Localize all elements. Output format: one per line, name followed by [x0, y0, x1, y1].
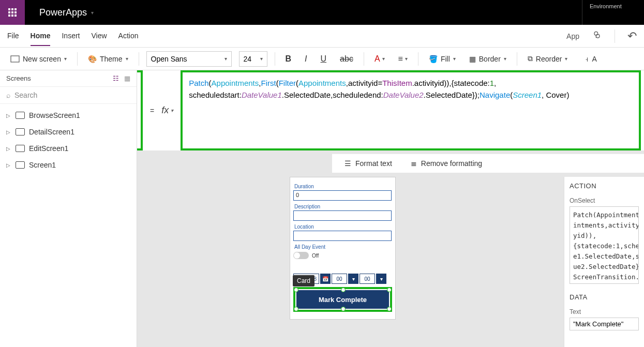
resize-handle[interactable]	[341, 288, 346, 292]
thumbnail-view-icon[interactable]: ▦	[124, 74, 130, 82]
location-input[interactable]	[293, 231, 392, 241]
screen-item[interactable]: ▷EditScreen1	[0, 140, 137, 157]
resize-handle[interactable]	[387, 288, 392, 292]
chevron-down-icon: ▾	[504, 56, 506, 62]
border-icon: ▦	[469, 55, 476, 63]
svg-rect-7	[11, 14, 13, 17]
fill-button[interactable]: 🪣 Fill ▾	[426, 53, 459, 65]
environment-label: Environment	[590, 3, 637, 9]
menu-tabs: File Home Insert View Action	[7, 26, 139, 46]
menubar: File Home Insert View Action App ↶	[0, 25, 644, 48]
underline-button[interactable]: U	[318, 52, 330, 66]
svg-rect-8	[14, 14, 17, 17]
svg-rect-0	[8, 8, 10, 10]
menu-file[interactable]: File	[7, 26, 19, 46]
screen-item[interactable]: ▷BrowseScreen1	[0, 107, 137, 124]
allday-toggle[interactable]	[293, 252, 309, 259]
search-placeholder: Search	[14, 91, 37, 99]
separator	[139, 52, 139, 66]
minute-dropdown-icon[interactable]: ▾	[376, 274, 386, 284]
theme-button[interactable]: 🎨 Theme ▾	[85, 53, 131, 65]
remove-format-icon: ≣	[411, 159, 417, 168]
paint-bucket-icon: 🪣	[429, 55, 438, 63]
app-launcher-button[interactable]	[0, 0, 25, 25]
text-align-button[interactable]: ≡▾	[395, 52, 411, 66]
properties-panel: ACTION OnSelect Patch(Appointment intmen…	[564, 177, 644, 347]
screens-search[interactable]: ⌕ Search	[0, 87, 137, 104]
bold-button[interactable]: B	[282, 52, 295, 66]
menu-home[interactable]: Home	[31, 26, 51, 46]
app-title[interactable]: PowerApps ▾	[39, 7, 94, 18]
search-icon: ⌕	[6, 91, 10, 99]
text-prop-value[interactable]: "Mark Complete"	[570, 318, 639, 330]
format-text-button[interactable]: ☰ Format text	[345, 159, 392, 168]
font-color-button[interactable]: A▾	[371, 52, 388, 66]
svg-rect-9	[11, 56, 19, 62]
font-select[interactable]: Open Sans ▾	[146, 51, 232, 67]
duration-value: 0	[294, 191, 391, 199]
tree-view-icon[interactable]: ☷	[113, 74, 119, 82]
mark-complete-button[interactable]: Mark Complete	[296, 290, 389, 309]
titlebar: PowerApps ▾ Environment	[0, 0, 644, 25]
description-input[interactable]	[293, 210, 392, 221]
reorder-button[interactable]: ⧉ Reorder ▾	[525, 52, 571, 65]
screen-label: DetailScreen1	[29, 128, 74, 136]
onselect-prop-value[interactable]: Patch(Appointment intments,activity yid)…	[570, 206, 639, 284]
equals-label: =	[150, 107, 154, 115]
chevron-down-icon: ▾	[126, 56, 128, 62]
caret-icon: ▷	[6, 129, 11, 135]
font-size-select[interactable]: 24 ▾	[239, 51, 267, 67]
border-button[interactable]: ▦ Border ▾	[466, 53, 510, 65]
svg-rect-4	[11, 11, 13, 13]
chevron-down-icon: ▾	[260, 56, 263, 62]
health-icon[interactable]	[592, 30, 602, 42]
formula-format-bar: ☰ Format text ≣ Remove formatting	[332, 154, 644, 173]
action-header: ACTION	[570, 182, 639, 190]
svg-rect-6	[8, 14, 10, 17]
menu-view[interactable]: View	[91, 26, 107, 46]
format-icon: ☰	[345, 159, 351, 168]
hour-dropdown-icon[interactable]: ▾	[348, 274, 358, 284]
hour-field[interactable]: 00	[332, 274, 347, 284]
resize-handle[interactable]	[387, 307, 392, 311]
card-tooltip: Card	[293, 275, 314, 286]
align-button[interactable]: ⫞ A	[582, 53, 600, 65]
screen-icon	[16, 112, 25, 119]
screens-panel: Screens ☷ ▦ ⌕ Search ▷BrowseScreen1▷Deta…	[0, 70, 137, 347]
separator	[517, 52, 517, 66]
menu-action[interactable]: Action	[118, 26, 139, 46]
duration-input[interactable]: 0	[293, 190, 392, 201]
fx-button[interactable]: fx▾	[161, 105, 173, 116]
menu-insert[interactable]: Insert	[62, 26, 80, 46]
size-value: 24	[244, 55, 252, 63]
remove-label: Remove formatting	[421, 159, 482, 168]
reorder-icon: ⧉	[528, 54, 533, 63]
minute-field[interactable]: 00	[360, 274, 375, 284]
screen-item[interactable]: ▷DetailScreen1	[0, 124, 137, 140]
environment-picker[interactable]: Environment	[582, 0, 644, 25]
caret-icon: ▷	[6, 113, 11, 118]
screens-tree: ▷BrowseScreen1▷DetailScreen1▷EditScreen1…	[0, 104, 137, 176]
svg-rect-5	[14, 11, 17, 13]
formula-bar[interactable]: Patch(Appointments,First(Filter(Appointm…	[181, 70, 641, 150]
new-screen-label: New screen	[23, 55, 61, 63]
resize-handle[interactable]	[341, 307, 346, 311]
remove-formatting-button[interactable]: ≣ Remove formatting	[411, 159, 482, 168]
undo-button[interactable]: ↶	[627, 29, 637, 43]
chevron-down-icon: ▾	[91, 10, 94, 16]
resize-handle[interactable]	[294, 307, 298, 311]
formula-prefix: = fx▾	[143, 70, 181, 150]
menu-right: App ↶	[566, 29, 637, 43]
screen-item[interactable]: ▷Screen1	[0, 157, 137, 173]
calendar-icon[interactable]: 📅	[320, 274, 331, 284]
description-label: Description	[294, 204, 392, 209]
canvas-card[interactable]: Duration 0 Description Location All Day …	[290, 177, 396, 320]
italic-button[interactable]: I	[302, 52, 310, 66]
app-button[interactable]: App	[566, 32, 579, 40]
separator	[77, 52, 78, 66]
strikethrough-button[interactable]: abc	[337, 52, 356, 66]
text-prop-label: Text	[570, 308, 639, 315]
onselect-prop-label: OnSelect	[570, 197, 639, 204]
resize-handle[interactable]	[294, 288, 298, 292]
new-screen-button[interactable]: New screen ▾	[7, 53, 70, 65]
